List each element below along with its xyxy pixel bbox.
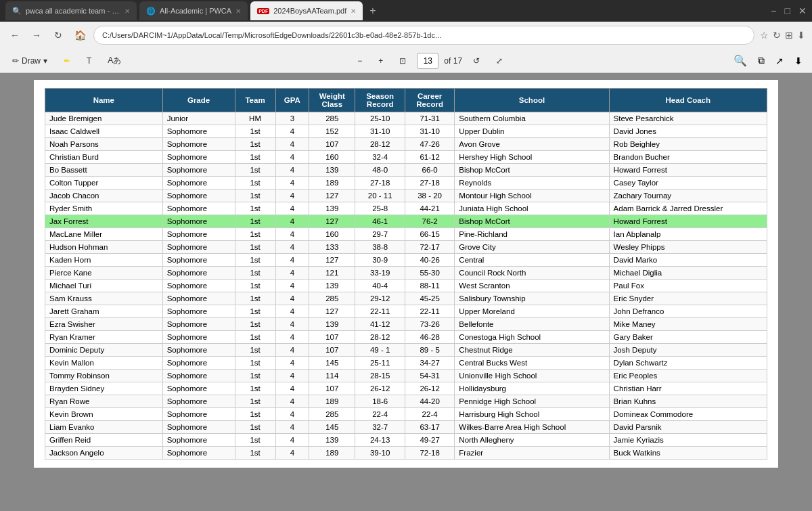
tab-pdf-badge: PDF bbox=[257, 8, 269, 14]
table-cell: Bellefonte bbox=[455, 318, 609, 331]
table-row: Griffen ReidSophomore1st413924-1349-27No… bbox=[45, 434, 767, 447]
table-cell: Jacob Chacon bbox=[45, 190, 163, 202]
table-cell: Upper Dublin bbox=[455, 125, 609, 138]
table-cell: 121 bbox=[309, 267, 355, 280]
table-cell: 4 bbox=[275, 280, 309, 292]
table-cell: Liam Evanko bbox=[45, 421, 163, 434]
expand-button[interactable]: ⤢ bbox=[491, 53, 508, 68]
zoom-in-button[interactable]: + bbox=[373, 53, 388, 68]
pdf-content[interactable]: Name Grade Team GPA WeightClass SeasonRe… bbox=[0, 73, 812, 511]
table-cell: 4 bbox=[275, 228, 309, 241]
table-cell: 4 bbox=[275, 151, 309, 164]
table-cell: 1st bbox=[235, 408, 275, 421]
table-cell: 66-15 bbox=[405, 228, 454, 241]
table-cell: Howard Forrest bbox=[609, 215, 767, 228]
tab-label: All-Academic | PWCA bbox=[160, 7, 231, 15]
col-header-school: School bbox=[455, 89, 609, 112]
new-tab-button[interactable]: + bbox=[369, 5, 376, 17]
download-icon[interactable]: ⬇ bbox=[797, 30, 805, 41]
tab-pwca[interactable]: 🌐 All-Academic | PWCA ✕ bbox=[139, 1, 248, 20]
table-cell: Sophomore bbox=[162, 357, 235, 370]
table-cell: 139 bbox=[309, 318, 355, 331]
table-cell: Hershey High School bbox=[455, 151, 609, 164]
page-number-input[interactable]: 13 bbox=[417, 53, 438, 69]
col-header-coach: Head Coach bbox=[609, 89, 767, 112]
table-row: Kevin BrownSophomore1st428522-422-4Harri… bbox=[45, 408, 767, 421]
table-cell: 28-15 bbox=[355, 370, 405, 382]
table-cell: Sophomore bbox=[162, 305, 235, 318]
table-cell: 28-12 bbox=[355, 138, 405, 151]
table-cell: 145 bbox=[309, 421, 355, 434]
table-cell: Jackson Angelo bbox=[45, 447, 163, 460]
search-icon[interactable]: 🔍 bbox=[734, 54, 747, 67]
download-file-icon[interactable]: ⬇ bbox=[794, 55, 803, 66]
table-cell: 3 bbox=[275, 112, 309, 125]
tab-close[interactable]: ✕ bbox=[235, 7, 241, 15]
font-button[interactable]: Aあ bbox=[102, 52, 127, 69]
table-cell: 25-10 bbox=[355, 112, 405, 125]
tab-close[interactable]: ✕ bbox=[125, 7, 130, 15]
table-cell: 4 bbox=[275, 434, 309, 447]
maximize-button[interactable]: □ bbox=[785, 5, 790, 16]
text-button[interactable]: T bbox=[81, 53, 97, 68]
table-cell: 4 bbox=[275, 382, 309, 395]
font-icon: Aあ bbox=[108, 55, 121, 66]
table-cell: Unionville High School bbox=[455, 370, 609, 382]
forward-button[interactable]: → bbox=[28, 27, 45, 43]
table-cell: 139 bbox=[309, 434, 355, 447]
table-cell: 1st bbox=[235, 151, 275, 164]
table-cell: 4 bbox=[275, 344, 309, 357]
table-cell: 30-9 bbox=[355, 254, 405, 267]
table-row: Ezra SwisherSophomore1st413941-1273-26Be… bbox=[45, 318, 767, 331]
table-cell: 1st bbox=[235, 370, 275, 382]
tab-search[interactable]: 🔍 pwca all academic team - Searc ✕ bbox=[5, 1, 137, 20]
highlight-button[interactable]: ✒ bbox=[58, 53, 76, 68]
table-cell: 38-8 bbox=[355, 241, 405, 254]
table-cell: 189 bbox=[309, 395, 355, 408]
col-header-season: SeasonRecord bbox=[355, 89, 405, 112]
star-icon[interactable]: ☆ bbox=[760, 30, 769, 41]
share-icon[interactable]: ↗ bbox=[775, 55, 784, 66]
title-bar: 🔍 pwca all academic team - Searc ✕ 🌐 All… bbox=[0, 0, 812, 22]
close-window-button[interactable]: ✕ bbox=[798, 5, 807, 16]
table-cell: 160 bbox=[309, 228, 355, 241]
table-cell: 4 bbox=[275, 177, 309, 190]
table-cell: Gary Baker bbox=[609, 331, 767, 344]
home-button[interactable]: 🏠 bbox=[72, 27, 88, 43]
table-cell: Sophomore bbox=[162, 190, 235, 202]
draw-button[interactable]: ✏ Draw ▾ bbox=[7, 53, 53, 68]
table-cell: Sophomore bbox=[162, 280, 235, 292]
table-cell: 4 bbox=[275, 125, 309, 138]
address-input[interactable] bbox=[93, 26, 754, 45]
copy-icon[interactable]: ⧉ bbox=[758, 55, 765, 66]
table-cell: 1st bbox=[235, 421, 275, 434]
table-cell: 32-4 bbox=[355, 151, 405, 164]
table-cell: Domineак Commodore bbox=[609, 408, 767, 421]
table-cell: 4 bbox=[275, 421, 309, 434]
table-header-row: Name Grade Team GPA WeightClass SeasonRe… bbox=[45, 89, 767, 112]
zoom-out-button[interactable]: − bbox=[352, 53, 367, 68]
table-cell: Michael Turi bbox=[45, 280, 163, 292]
back-button[interactable]: ← bbox=[7, 27, 23, 43]
tab-pdf[interactable]: PDF 2024BoysAATeam.pdf ✕ bbox=[250, 1, 363, 20]
table-cell: Sophomore bbox=[162, 241, 235, 254]
table-cell: 1st bbox=[235, 382, 275, 395]
table-cell: 72-18 bbox=[405, 447, 454, 460]
table-cell: Jarett Graham bbox=[45, 305, 163, 318]
table-cell: Grove City bbox=[455, 241, 609, 254]
table-row: Bo BassettSophomore1st413948-066-0Bishop… bbox=[45, 164, 767, 177]
table-cell: 48-0 bbox=[355, 164, 405, 177]
table-cell: 107 bbox=[309, 331, 355, 344]
table-cell: 139 bbox=[309, 280, 355, 292]
refresh-button[interactable]: ↻ bbox=[50, 27, 66, 43]
table-cell: Sophomore bbox=[162, 395, 235, 408]
fit-button[interactable]: ⊡ bbox=[394, 53, 411, 68]
table-cell: 114 bbox=[309, 370, 355, 382]
tab-close[interactable]: ✕ bbox=[351, 7, 356, 15]
minimize-button[interactable]: − bbox=[771, 5, 776, 16]
rotate-button[interactable]: ↺ bbox=[468, 53, 485, 68]
table-row: MacLane MillerSophomore1st416029-766-15P… bbox=[45, 228, 767, 241]
table-row: Christian BurdSophomore1st416032-461-12H… bbox=[45, 151, 767, 164]
browser-icon[interactable]: ⊞ bbox=[785, 30, 793, 41]
refresh-icon[interactable]: ↻ bbox=[773, 30, 781, 41]
